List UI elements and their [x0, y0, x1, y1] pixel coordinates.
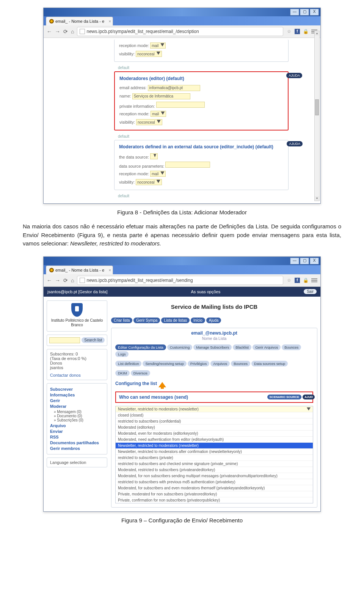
window-maximize-button[interactable]: ▢	[300, 9, 309, 16]
scrollbar-thumb[interactable]	[315, 99, 319, 115]
bookmark-star-icon[interactable]: ☆	[286, 278, 292, 283]
send-permission-select[interactable]: Newsletter, restricted to moderators (ne…	[115, 406, 313, 503]
tab-pill[interactable]: Editar Configuração da Lista	[115, 344, 166, 350]
visibility-label: visibility:	[119, 52, 135, 56]
scroll-up-icon[interactable]: ▴	[315, 31, 319, 36]
tab-pill[interactable]: DKIM	[115, 370, 130, 376]
dropdown-option[interactable]: restricted to subscribers (confidential)	[116, 418, 313, 424]
sidebar-sub-message[interactable]: » Mensagem (0)	[54, 410, 104, 414]
back-icon[interactable]: ←	[47, 28, 52, 35]
contact-owners-link[interactable]: Contactar donos	[50, 373, 81, 377]
email-input[interactable]: informatica@ipcb.pt	[148, 85, 200, 91]
nav-button[interactable]: Lista de listas	[161, 318, 190, 323]
back-icon[interactable]: ←	[47, 277, 52, 283]
data-source-select[interactable]	[150, 153, 158, 159]
data-source-label: the data source:	[119, 155, 149, 159]
sidebar-item-rss[interactable]: RSS	[50, 435, 104, 439]
sidebar-item-send[interactable]: Enviar	[50, 429, 104, 434]
window-minimize-button[interactable]: —	[290, 258, 299, 264]
window-minimize-button[interactable]: —	[290, 9, 299, 16]
menu-icon[interactable]	[311, 278, 317, 282]
dropdown-option[interactable]: Moderated, for non subscribers sending m…	[116, 473, 313, 479]
sidebar-sub-document[interactable]: » Documento (0)	[54, 414, 104, 418]
sidebar-item-subscribe[interactable]: Subscrever	[50, 387, 104, 391]
help-badge[interactable]: AJUD	[303, 395, 315, 399]
window-maximize-button[interactable]: ▢	[300, 258, 309, 264]
search-button[interactable]: Search list	[82, 337, 105, 343]
reload-icon[interactable]: ⟳	[63, 28, 68, 35]
dropdown-option[interactable]: Moderated, even for moderators (editorke…	[116, 430, 313, 436]
vertical-scrollbar[interactable]: ▴ ▾	[314, 31, 320, 201]
sidebar-item-manage[interactable]: Gerir	[50, 398, 104, 403]
dropdown-option[interactable]: Moderated (editorkey)	[116, 424, 313, 430]
forward-icon[interactable]: →	[55, 277, 60, 283]
bookmark-star-icon[interactable]: ☆	[286, 29, 292, 34]
reception-mode-select[interactable]: mail	[150, 42, 166, 49]
dropdown-option[interactable]: restricted to subscribers with previous …	[116, 479, 313, 485]
tab-pill[interactable]: Gerir Arquivos	[253, 344, 281, 350]
nav-button[interactable]: Criar lista	[111, 318, 132, 323]
window-close-button[interactable]: X	[310, 258, 319, 264]
sidebar-item-archive[interactable]: Arquivo	[50, 423, 104, 428]
tab-pill[interactable]: Manage Subscribers	[193, 344, 232, 350]
reception-mode-select[interactable]: mail	[150, 171, 166, 177]
window-close-button[interactable]: X	[310, 9, 319, 16]
dropdown-option[interactable]: closed (closed)	[116, 412, 313, 418]
tab-close-icon[interactable]: ×	[109, 17, 111, 25]
sidebar-item-shared-docs[interactable]: Documentos partilhados	[50, 440, 104, 445]
url-input[interactable]: news.ipcb.pt/sympa/edit_list_request/ema…	[77, 27, 283, 36]
tab-pill[interactable]: List definition	[115, 361, 141, 366]
dropdown-option[interactable]: Newsletter, restricted to moderators aft…	[116, 448, 313, 454]
tab-close-icon[interactable]: ×	[109, 266, 111, 274]
data-source-params-input[interactable]	[165, 162, 210, 168]
tab-pill[interactable]: Data sources setup	[251, 361, 288, 366]
language-panel[interactable]: Language selection	[47, 458, 107, 467]
nav-button[interactable]: Gerir Sympa	[133, 318, 160, 323]
browser-tab[interactable]: email_ - Nome da Lista - e ×	[46, 17, 113, 25]
reload-icon[interactable]: ⟳	[63, 277, 68, 283]
dropdown-option[interactable]: Private, confirmation for non subscriber…	[116, 497, 313, 503]
facebook-icon[interactable]: f	[295, 29, 300, 34]
name-input[interactable]: Serviços de Informática	[132, 93, 190, 99]
sidebar-sub-subscriptions[interactable]: » Subscrições (0)	[54, 418, 104, 422]
nav-button[interactable]: Ajuda	[206, 318, 221, 323]
scenario-source-badge[interactable]: SCENARIO SOURCE	[267, 395, 302, 399]
reception-mode-select[interactable]: mail	[151, 111, 166, 117]
facebook-icon[interactable]: f	[295, 278, 300, 283]
tab-pill[interactable]: Bounces	[231, 361, 250, 366]
nav-button[interactable]: Início	[191, 318, 205, 323]
tab-pill[interactable]: Logs	[115, 351, 129, 357]
search-input[interactable]	[49, 337, 80, 343]
home-icon[interactable]: ⌂	[71, 277, 74, 283]
dropdown-option[interactable]: Moderated, need authentication from edit…	[116, 436, 313, 442]
dropdown-option[interactable]: restricted to subscribers (private)	[116, 454, 313, 461]
visibility-select[interactable]: noconceal	[136, 51, 162, 57]
tab-pill[interactable]: Bounces	[282, 344, 301, 350]
visibility-select[interactable]: noconceal	[136, 179, 162, 185]
private-info-input[interactable]	[156, 102, 205, 108]
sidebar-item-moderate[interactable]: Moderar	[50, 404, 104, 409]
dropdown-option[interactable]: Newsletter, restricted to moderators (ne…	[116, 442, 313, 448]
tab-pill[interactable]: Blacklist	[233, 344, 251, 350]
dropdown-option[interactable]: Moderated, for subscribers and even mode…	[116, 485, 313, 491]
logout-button[interactable]: Sair	[304, 289, 317, 294]
tab-pill[interactable]: Arquivos	[210, 361, 230, 366]
help-badge[interactable]: AJUDA	[286, 73, 302, 78]
home-icon[interactable]: ⌂	[71, 28, 74, 35]
browser-tab[interactable]: email_ - Nome da Lista - e ×	[46, 266, 113, 274]
url-input[interactable]: news.ipcb.pt/sympa/edit_list_request/ema…	[77, 276, 283, 285]
tab-pill[interactable]: Privilégios	[188, 361, 209, 366]
scroll-down-icon[interactable]: ▾	[315, 196, 319, 201]
forward-icon[interactable]: →	[55, 28, 60, 35]
dropdown-option[interactable]: Moderated, restricted to subscribers (pr…	[116, 467, 313, 473]
tab-pill[interactable]: Sending/receiving setup	[143, 361, 186, 366]
help-badge[interactable]: AJUDA	[287, 141, 303, 146]
visibility-select[interactable]: noconceal	[136, 119, 162, 125]
chevron-down-icon	[157, 180, 160, 184]
dropdown-option[interactable]: Private, moderated for non subscribers (…	[116, 491, 313, 497]
sidebar-item-members[interactable]: Gerir membros	[50, 446, 104, 451]
dropdown-option[interactable]: restricted to subscribers and checked sm…	[116, 461, 313, 467]
sidebar-item-info[interactable]: Informações	[50, 393, 104, 397]
tab-pill[interactable]: Diversos	[131, 370, 150, 376]
tab-pill[interactable]: Customizing	[167, 344, 192, 350]
